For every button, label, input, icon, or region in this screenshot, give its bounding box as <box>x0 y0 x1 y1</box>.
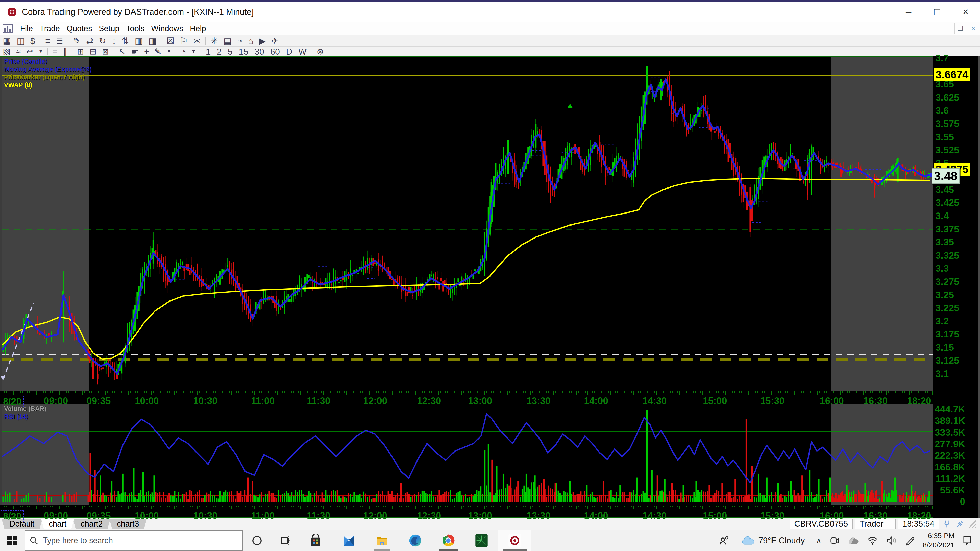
bell-icon[interactable]: ⚐ <box>177 37 190 45</box>
taskbar-app-das-trader[interactable] <box>498 530 531 551</box>
resize-grip[interactable] <box>968 519 977 528</box>
taskbar-search[interactable] <box>24 530 243 551</box>
taskbar-app-trading-platform[interactable] <box>465 530 498 551</box>
keyboard-icon[interactable]: ▤ <box>221 37 234 45</box>
time-tick-label: 12:30 <box>417 510 441 521</box>
timeframe-button-D[interactable]: D <box>283 47 296 56</box>
price-tick-label: 3.4 <box>935 211 948 221</box>
notes-icon[interactable]: ◨ <box>146 37 159 45</box>
price-pane-legend: Price (Candle)Moving Average (Expone@9)P… <box>4 57 92 89</box>
zoom-in-icon[interactable]: ⊞ <box>74 48 87 56</box>
volume-tray-button[interactable] <box>883 530 900 551</box>
cortana-button[interactable] <box>243 530 271 551</box>
style-caret-icon[interactable]: ▼ <box>36 49 46 54</box>
interval-caret-icon[interactable]: ▼ <box>189 49 199 54</box>
menu-item-trade[interactable]: Trade <box>36 23 63 34</box>
child-minimize-button[interactable]: – <box>942 23 953 34</box>
onedrive-tray-button[interactable] <box>845 530 862 551</box>
price-tick-label: 3.275 <box>935 276 959 287</box>
timeframe-button-W[interactable]: W <box>295 47 310 56</box>
crosshair-icon[interactable]: + <box>142 48 152 56</box>
account-icon[interactable]: ◫ <box>14 37 27 45</box>
time-sales-icon[interactable]: ≣ <box>53 37 66 45</box>
taskbar-app-mail[interactable] <box>332 530 366 551</box>
horizontal-line-icon[interactable]: = <box>50 48 60 56</box>
taskbar-app-explorer[interactable] <box>366 530 399 551</box>
taskbar-clock[interactable]: 6:35 PM 8/20/2021 <box>920 530 957 551</box>
running-indicator <box>374 549 390 551</box>
people-icon <box>718 535 730 546</box>
child-restore-button[interactable]: ❑ <box>955 23 966 34</box>
price-tick-label: 3.35 <box>935 237 954 248</box>
taskbar-app-chrome[interactable] <box>432 530 465 551</box>
alerts-icon[interactable]: ⇅ <box>119 37 132 45</box>
camera-tray-button[interactable] <box>826 530 843 551</box>
network-tray-button[interactable] <box>864 530 881 551</box>
minimize-button[interactable]: – <box>894 2 923 22</box>
price-marker-label: 3.6674 <box>934 68 970 81</box>
indicators-icon[interactable]: ≈ <box>13 48 24 56</box>
twitter-icon[interactable]: ✈ <box>269 37 282 45</box>
timeframe-button-15[interactable]: 15 <box>235 47 251 56</box>
price-chart-canvas[interactable] <box>0 56 980 518</box>
zoom-reset-icon[interactable]: ⊠ <box>99 48 112 56</box>
vertical-line-icon[interactable]: ∥ <box>60 48 70 56</box>
studies-icon[interactable]: ↩ <box>24 48 36 56</box>
pen-tray-button[interactable] <box>902 530 918 551</box>
draw-caret-icon[interactable]: ▼ <box>164 49 174 54</box>
menu-item-help[interactable]: Help <box>186 23 210 34</box>
menu-item-file[interactable]: File <box>17 23 36 34</box>
search-input[interactable] <box>42 536 221 545</box>
menu-item-windows[interactable]: Windows <box>148 23 186 34</box>
menu-item-tools[interactable]: Tools <box>123 23 148 34</box>
play-icon[interactable]: ▶ <box>256 37 269 45</box>
order-ticket-icon[interactable]: ✎ <box>70 37 83 45</box>
close-button[interactable]: × <box>951 2 980 22</box>
timeframe-button-5[interactable]: 5 <box>224 47 235 56</box>
timeframe-button-2[interactable]: 2 <box>213 47 224 56</box>
price-tick-label: 3.325 <box>935 250 959 261</box>
action-center-button[interactable] <box>959 530 976 551</box>
time-tick-label: 14:30 <box>642 395 667 407</box>
buying-power-icon[interactable]: $ <box>27 37 38 45</box>
draw-icon[interactable]: ✎ <box>152 48 164 56</box>
task-view-button[interactable] <box>271 530 299 551</box>
chart-style-icon[interactable]: ▧ <box>0 48 13 56</box>
start-button[interactable] <box>0 530 24 551</box>
timeframe-button-60[interactable]: 60 <box>267 47 283 56</box>
time-tick-label: 16:30 <box>863 510 888 521</box>
menu-item-quotes[interactable]: Quotes <box>63 23 95 34</box>
volume-pane-legend: Volume (BAR)RSI (14) <box>4 405 46 421</box>
trash-icon[interactable]: ☒ <box>164 37 177 45</box>
level2-icon[interactable]: ≡ <box>42 37 53 45</box>
unlink-icon[interactable]: ⇄ <box>83 37 96 45</box>
menu-item-setup[interactable]: Setup <box>95 23 123 34</box>
chart-window-icon[interactable]: ▥ <box>132 37 146 45</box>
people-button[interactable] <box>715 530 733 551</box>
montage-icon[interactable]: ▦ <box>0 37 14 45</box>
legend-line: RSI (14) <box>4 413 46 421</box>
timeframe-button-30[interactable]: 30 <box>251 47 267 56</box>
time-tick-label: 11:00 <box>251 395 275 407</box>
taskbar-app-store[interactable] <box>299 530 332 551</box>
replay-icon[interactable]: ↻ <box>96 37 109 45</box>
candle-tool-icon[interactable]: ↕ <box>109 37 119 45</box>
home-icon[interactable]: ⌂ <box>245 37 256 45</box>
timeframe-button-1[interactable]: 1 <box>203 47 214 56</box>
child-close-button[interactable]: × <box>967 23 979 34</box>
pan-icon[interactable]: ☛ <box>128 48 142 56</box>
das-trader-window: Cobra Trading Powered by DASTrader.com -… <box>0 0 980 551</box>
time-tick-label: 12:00 <box>363 395 387 407</box>
weather-widget[interactable]: 79°F Cloudy <box>735 530 811 551</box>
settings-icon[interactable]: ✳ <box>208 37 221 45</box>
pointer-icon[interactable]: ↖ <box>116 48 129 56</box>
zoom-out-icon[interactable]: ⊟ <box>87 48 99 56</box>
close-chart-icon[interactable]: ⊗ <box>314 48 326 56</box>
titlebar[interactable]: Cobra Trading Powered by DASTrader.com -… <box>0 2 980 22</box>
tray-expand-button[interactable]: ∧ <box>813 530 824 551</box>
interval-clock-icon[interactable]: ◔ <box>178 48 189 56</box>
mail-icon[interactable]: ✉ <box>191 37 204 45</box>
maximize-button[interactable]: □ <box>923 2 951 22</box>
taskbar-app-edge[interactable] <box>399 530 432 551</box>
clock-icon[interactable]: ◔ <box>234 37 245 45</box>
